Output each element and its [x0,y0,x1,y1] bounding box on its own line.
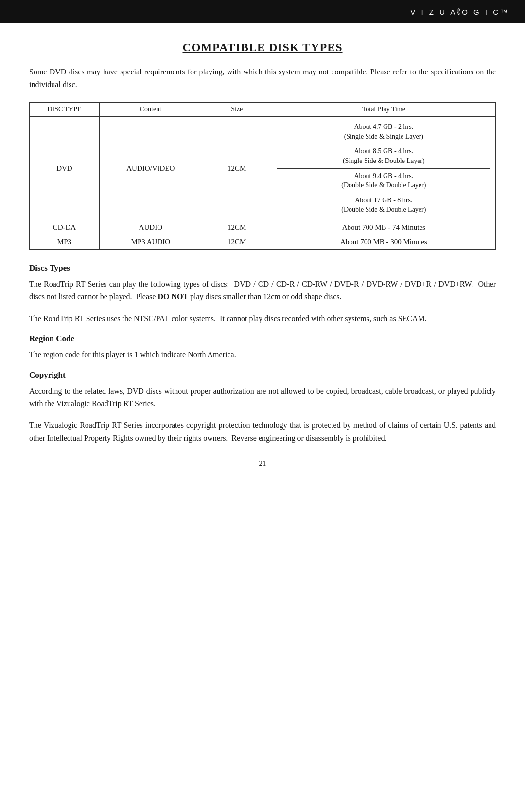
col-header-content: Content [99,103,202,117]
cdda-size: 12CM [202,220,272,235]
dvd-playtime-4: About 17 GB - 8 hrs.(Double Side & Doubl… [277,193,490,217]
dvd-content: AUDIO/VIDEO [99,117,202,220]
heading-region-code: Region Code [29,334,496,343]
dvd-playtime-2: About 8.5 GB - 4 hrs.(Single Side & Doub… [277,144,490,168]
page-content: COMPATIBLE DISK TYPES Some DVD discs may… [0,23,525,497]
mp3-disc-type: MP3 [30,235,100,249]
page-title: COMPATIBLE DISK TYPES [29,41,496,54]
dvd-size: 12CM [202,117,272,220]
section-copyright: Copyright According to the related laws,… [29,370,496,445]
discs-types-para-2: The RoadTrip RT Series uses the NTSC/PAL… [29,312,496,325]
col-header-playtime: Total Play Time [272,103,495,117]
dvd-playtime-3: About 9.4 GB - 4 hrs.(Double Side & Doub… [277,169,490,193]
col-header-size: Size [202,103,272,117]
dvd-playtime: About 4.7 GB - 2 hrs.(Single Side & Sing… [272,117,495,220]
dvd-disc-type: DVD [30,117,100,220]
copyright-para-1: According to the related laws, DVD discs… [29,385,496,411]
section-discs-types: Discs Types The RoadTrip RT Series can p… [29,263,496,325]
mp3-playtime: About 700 MB - 300 Minutes [272,235,495,249]
region-code-para-1: The region code for this player is 1 whi… [29,348,496,361]
disc-table: DISC TYPE Content Size Total Play Time D… [29,102,496,250]
table-row-dvd: DVD AUDIO/VIDEO 12CM About 4.7 GB - 2 hr… [30,117,496,220]
table-header-row: DISC TYPE Content Size Total Play Time [30,103,496,117]
heading-discs-types: Discs Types [29,263,496,273]
mp3-size: 12CM [202,235,272,249]
discs-types-para-1: The RoadTrip RT Series can play the foll… [29,278,496,304]
heading-copyright: Copyright [29,370,496,380]
table-row-mp3: MP3 MP3 AUDIO 12CM About 700 MB - 300 Mi… [30,235,496,249]
dvd-playtime-1: About 4.7 GB - 2 hrs.(Single Side & Sing… [277,120,490,144]
page-number: 21 [29,459,496,468]
brand-logo: V I Z U AℓO G I C™ [410,7,509,17]
intro-paragraph: Some DVD discs may have special requirem… [29,66,496,90]
cdda-playtime: About 700 MB - 74 Minutes [272,220,495,235]
header-bar: V I Z U AℓO G I C™ [0,0,525,23]
col-header-disc-type: DISC TYPE [30,103,100,117]
copyright-para-2: The Vizualogic RoadTrip RT Series incorp… [29,419,496,445]
section-region-code: Region Code The region code for this pla… [29,334,496,361]
cdda-disc-type: CD-DA [30,220,100,235]
table-row-cdda: CD-DA AUDIO 12CM About 700 MB - 74 Minut… [30,220,496,235]
cdda-content: AUDIO [99,220,202,235]
mp3-content: MP3 AUDIO [99,235,202,249]
brand-slash: ℓ [457,7,462,17]
